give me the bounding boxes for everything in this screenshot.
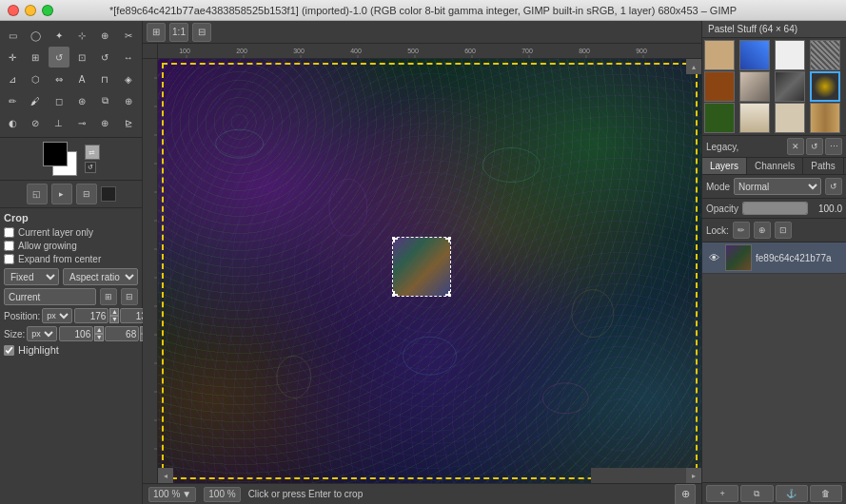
delete-layer-btn[interactable]: 🗑 [810, 485, 842, 502]
lock-alpha-btn[interactable]: ⊡ [775, 222, 792, 239]
close-button[interactable] [8, 5, 19, 16]
clone-tool[interactable]: ⧉ [94, 90, 115, 111]
paintbrush-tool[interactable]: 🖌 [25, 90, 46, 111]
brush-white[interactable] [775, 40, 805, 70]
undo-history-button[interactable]: ⊟ [76, 184, 97, 204]
fuzzy-select-tool[interactable]: ⊹ [71, 25, 92, 46]
open-image-button[interactable]: ▸ [51, 184, 72, 204]
tab-layers[interactable]: Layers [702, 158, 747, 174]
highlight-checkbox[interactable] [4, 345, 14, 356]
zoom-100-status-btn[interactable]: 100 % [204, 487, 240, 502]
measure-tool[interactable]: ⊥ [49, 112, 69, 133]
lock-position-btn[interactable]: ⊕ [754, 222, 771, 239]
current-layer-only-checkbox[interactable] [4, 227, 14, 238]
legacy-btn-x[interactable]: ✕ [787, 138, 804, 155]
scale-tool[interactable]: ↔ [118, 47, 139, 68]
position-x-input[interactable] [74, 308, 108, 323]
swap-colors-button[interactable]: ⇄ [85, 145, 100, 160]
size-h-input[interactable] [105, 326, 139, 341]
brush-pastel[interactable] [704, 40, 735, 70]
new-layer-btn[interactable]: + [706, 485, 738, 502]
color-picker-tool[interactable]: ⊸ [71, 112, 92, 133]
size-w-input[interactable] [59, 326, 93, 341]
aspect-ratio-select[interactable]: Aspect ratio [63, 268, 138, 285]
zoom-fill-btn[interactable]: ⊟ [192, 23, 211, 42]
minimize-button[interactable] [25, 5, 36, 16]
legacy-btn-dots[interactable]: ⋯ [825, 138, 842, 155]
shear-tool[interactable]: ⊿ [2, 68, 23, 89]
lock-pixels-btn[interactable]: ✏ [733, 222, 750, 239]
reset-colors-button[interactable]: ↺ [85, 162, 96, 173]
brush-dark-marble[interactable] [775, 71, 805, 102]
brush-leopard[interactable] [810, 71, 840, 102]
maximize-button[interactable] [42, 5, 53, 16]
layer-row[interactable]: 👁 fe89c64c421b77a [702, 242, 846, 274]
duplicate-layer-btn[interactable]: ⧉ [740, 485, 773, 502]
brush-light[interactable] [739, 103, 770, 133]
opacity-slider[interactable] [742, 202, 808, 215]
brush-brown[interactable] [704, 71, 735, 102]
blend-tool[interactable]: ◈ [118, 68, 139, 89]
mode-reset-btn[interactable]: ↺ [825, 178, 842, 195]
brush-light2[interactable] [775, 103, 805, 133]
size-w-up[interactable]: ▲ [94, 326, 104, 334]
layer-visibility-eye[interactable]: 👁 [706, 250, 721, 265]
scroll-right-btn[interactable]: ▸ [686, 468, 701, 483]
move-tool[interactable]: ✛ [2, 47, 23, 68]
eraser-tool[interactable]: ◻ [49, 90, 69, 111]
zoom-select-btn[interactable]: 100 % ▼ [148, 487, 196, 502]
pencil-tool[interactable]: ✏ [2, 90, 23, 111]
allow-growing-checkbox[interactable] [4, 241, 14, 251]
current-option-btn1[interactable]: ⊞ [100, 288, 117, 305]
flip-tool[interactable]: ⇔ [49, 68, 69, 89]
zoom-100-btn[interactable]: 1:1 [169, 23, 188, 42]
ellipse-select-tool[interactable]: ◯ [25, 25, 46, 46]
scrollbar-horizontal[interactable] [591, 468, 686, 483]
navigator-icon[interactable]: ⊕ [675, 484, 696, 505]
select-by-color-tool[interactable]: ⊕ [94, 25, 115, 46]
position-x-down[interactable]: ▼ [109, 316, 119, 323]
position-unit-select[interactable]: px [42, 308, 72, 323]
new-image-button[interactable]: ◱ [27, 184, 48, 204]
brush-wood[interactable] [810, 103, 840, 133]
heal-tool[interactable]: ⊕ [118, 90, 139, 111]
position-x-stepper: ▲ ▼ [109, 308, 119, 323]
scroll-up-btn[interactable]: ▴ [686, 59, 701, 74]
align-tool[interactable]: ⊞ [25, 47, 46, 68]
tab-paths[interactable]: Paths [803, 158, 844, 174]
brush-green[interactable] [704, 103, 735, 133]
zoom-tool[interactable]: ⊕ [94, 112, 115, 133]
tab-channels[interactable]: Channels [747, 158, 803, 174]
position-x-up[interactable]: ▲ [109, 308, 119, 316]
canvas-viewport[interactable]: ◂ ▸ ▴ [158, 59, 701, 483]
bucket-tool[interactable]: ⊓ [94, 68, 115, 89]
anchor-layer-btn[interactable]: ⚓ [776, 485, 808, 502]
perspective-tool[interactable]: ⬡ [25, 68, 46, 89]
scroll-left-btn[interactable]: ◂ [158, 468, 173, 483]
dodge-burn-tool[interactable]: ◐ [2, 112, 23, 133]
current-dropdown[interactable]: Current [4, 288, 96, 305]
smudge-tool[interactable]: ⊘ [25, 112, 46, 133]
scissors-tool[interactable]: ✂ [118, 25, 139, 46]
zoom-fit-btn[interactable]: ⊞ [147, 23, 166, 42]
brush-marble[interactable] [739, 71, 770, 102]
foreground-color-swatch[interactable] [43, 142, 68, 166]
size-unit-select[interactable]: px [27, 326, 57, 341]
mode-select[interactable]: Normal [734, 178, 821, 195]
crop-tool[interactable]: ⊡ [71, 47, 92, 68]
paths-tool[interactable]: ⊵ [118, 112, 139, 133]
legacy-btn-refresh[interactable]: ↺ [806, 138, 823, 155]
free-select-tool[interactable]: ✦ [49, 25, 69, 46]
rect-select-tool[interactable]: ▭ [2, 25, 23, 46]
expand-from-center-checkbox[interactable] [4, 254, 14, 264]
rotate-tool[interactable]: ↺ [94, 47, 115, 68]
fixed-select[interactable]: Fixed [4, 268, 59, 285]
brush-blue[interactable] [739, 40, 770, 70]
text-tool[interactable]: A [71, 68, 92, 89]
status-message: Click or press Enter to crop [248, 489, 667, 499]
size-w-down[interactable]: ▼ [94, 334, 104, 341]
brush-texture[interactable] [810, 40, 840, 70]
transform-tool[interactable]: ↺ [49, 47, 69, 68]
current-option-btn2[interactable]: ⊟ [121, 288, 138, 305]
airbrush-tool[interactable]: ⊛ [71, 90, 92, 111]
